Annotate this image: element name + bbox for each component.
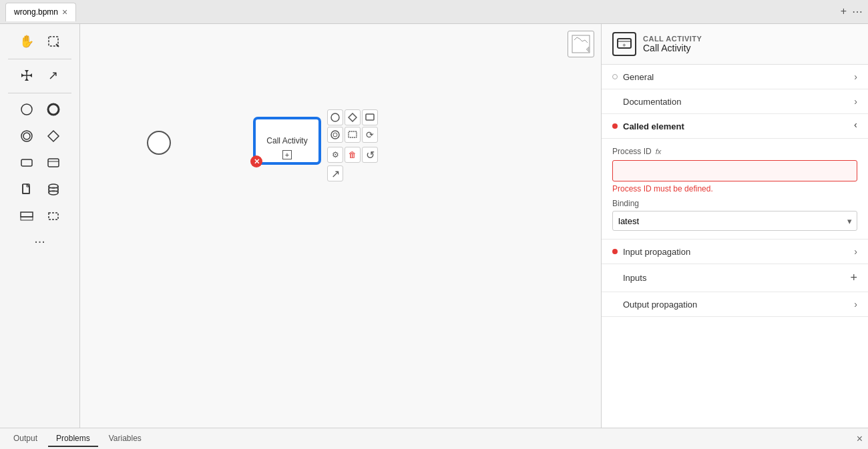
double-ring-tool[interactable] xyxy=(15,124,39,148)
tool-row-4 xyxy=(15,124,65,148)
bottom-panel: Output Problems Variables × ⊗ Call Activ… xyxy=(0,428,868,449)
cp-connect-btn[interactable]: ⟳ xyxy=(362,127,378,143)
svg-rect-14 xyxy=(48,159,59,167)
hand-tool[interactable]: ✋ xyxy=(15,29,39,53)
input-propagation-label: Input propagation xyxy=(623,247,854,257)
process-id-label: Process ID xyxy=(612,147,652,156)
binding-select[interactable]: latest deployment version versionTag xyxy=(612,211,857,231)
called-element-body: Process ID fx Process ID must be defined… xyxy=(602,139,868,239)
cp-subprocess-btn[interactable] xyxy=(345,127,361,143)
svg-marker-31 xyxy=(349,113,357,121)
doc-tool[interactable] xyxy=(15,177,39,201)
tool-row-2: ↗ xyxy=(15,63,65,87)
tab-close-button[interactable]: × xyxy=(62,7,67,17)
element-header: + CALL ACTIVITY Call Activity xyxy=(602,24,868,65)
cp-arrow-out-btn[interactable]: ↗ xyxy=(327,165,343,181)
svg-rect-13 xyxy=(21,159,32,166)
svg-point-9 xyxy=(48,104,59,115)
tab-title: wrong.bpmn xyxy=(14,7,58,17)
db-tool[interactable] xyxy=(41,177,65,201)
input-propagation-section[interactable]: Input propagation › xyxy=(602,240,868,264)
arrow-tool[interactable]: ↗ xyxy=(41,63,65,87)
general-label: General xyxy=(623,72,854,82)
svg-point-8 xyxy=(21,104,32,115)
inputs-section[interactable]: Inputs + xyxy=(602,264,868,292)
svg-rect-35 xyxy=(349,131,357,137)
tab-bar-actions: + ⋯ xyxy=(841,5,863,18)
call-activity-error-badge: ✕ xyxy=(250,155,262,167)
more-tools-button[interactable]: ··· xyxy=(34,234,45,249)
circle-event-tool[interactable] xyxy=(15,97,39,121)
general-section[interactable]: General › xyxy=(602,65,868,89)
cp-gateway-btn[interactable] xyxy=(345,109,361,125)
process-id-input[interactable] xyxy=(612,160,857,181)
tab-problems[interactable]: Problems xyxy=(48,431,98,447)
call-activity-element[interactable]: Call Activity + ✕ xyxy=(254,117,320,164)
cp-flow-btn[interactable]: ↺ xyxy=(362,147,378,163)
context-pad: ⟳ ⚙ 🗑 ↺ ↗ xyxy=(327,109,378,181)
minimap[interactable] xyxy=(568,31,594,57)
svg-marker-28 xyxy=(586,47,589,52)
svg-line-1 xyxy=(56,44,59,47)
cp-delete-btn[interactable]: 🗑 xyxy=(345,147,361,163)
svg-point-30 xyxy=(331,113,339,121)
rect-task-tool[interactable] xyxy=(15,151,39,175)
more-tabs-button[interactable]: ⋯ xyxy=(852,5,863,18)
start-event[interactable] xyxy=(147,131,171,155)
called-element-error-dot xyxy=(612,123,618,129)
called-element-chevron-icon: › xyxy=(854,121,857,131)
svg-point-11 xyxy=(23,133,30,139)
binding-label: Binding xyxy=(612,199,853,208)
lasso-tool[interactable] xyxy=(41,29,65,53)
input-propagation-chevron-icon: › xyxy=(854,246,857,257)
inputs-add-icon[interactable]: + xyxy=(850,271,857,285)
svg-point-33 xyxy=(331,131,339,139)
lane-tool[interactable] xyxy=(15,204,39,228)
tool-divider-2 xyxy=(8,93,71,93)
process-id-label-row: Process ID fx xyxy=(612,147,857,156)
context-pad-row-2: ⟳ xyxy=(327,127,378,143)
called-element-section: Called element › Process ID fx Process I… xyxy=(602,114,868,240)
tool-row-5 xyxy=(15,151,65,175)
svg-rect-24 xyxy=(21,212,33,217)
general-dot xyxy=(612,74,618,79)
cp-event-btn[interactable] xyxy=(327,109,343,125)
bottom-panel-close[interactable]: × xyxy=(857,433,863,445)
canvas[interactable]: Call Activity + ✕ xyxy=(80,24,601,428)
dashed-rect-tool[interactable] xyxy=(41,204,65,228)
binding-select-wrapper: latest deployment version versionTag xyxy=(612,211,857,231)
svg-marker-4 xyxy=(25,70,29,73)
documentation-section[interactable]: Documentation › xyxy=(602,89,868,114)
output-propagation-chevron-icon: › xyxy=(854,299,857,310)
space-tool[interactable] xyxy=(15,63,39,87)
tab-output[interactable]: Output xyxy=(5,431,45,447)
cp-event2-btn[interactable] xyxy=(327,127,343,143)
diamond-tool[interactable] xyxy=(41,124,65,148)
process-id-error: Process ID must be defined. xyxy=(612,184,857,193)
rect-sub-tool[interactable] xyxy=(41,151,65,175)
output-propagation-section[interactable]: Output propagation › xyxy=(602,292,868,317)
ring-event-tool[interactable] xyxy=(41,97,65,121)
tool-row-6 xyxy=(15,177,65,201)
process-id-fx-label: fx xyxy=(656,147,662,155)
svg-rect-26 xyxy=(49,213,58,219)
main-area: ✋ ↗ xyxy=(0,24,868,428)
element-title-area: CALL ACTIVITY Call Activity xyxy=(643,35,702,53)
tool-row-1: ✋ xyxy=(15,29,65,53)
new-tab-button[interactable]: + xyxy=(841,5,847,18)
cp-settings-btn[interactable]: ⚙ xyxy=(327,147,343,163)
context-pad-row-4: ↗ xyxy=(327,165,378,181)
output-propagation-label: Output propagation xyxy=(623,300,854,310)
bottom-tabs: Output Problems Variables × xyxy=(0,428,868,449)
called-element-label: Called element xyxy=(623,121,854,131)
input-propagation-dot xyxy=(612,249,618,254)
element-name: Call Activity xyxy=(643,43,702,53)
cp-task-btn[interactable] xyxy=(362,109,378,125)
svg-point-34 xyxy=(333,133,337,137)
tab-wrong-bpmn[interactable]: wrong.bpmn × xyxy=(5,3,76,21)
tool-row-3 xyxy=(15,97,65,121)
called-element-header[interactable]: Called element › xyxy=(602,114,868,139)
general-chevron-icon: › xyxy=(854,71,857,82)
svg-marker-6 xyxy=(21,73,24,77)
tab-variables[interactable]: Variables xyxy=(101,431,150,447)
